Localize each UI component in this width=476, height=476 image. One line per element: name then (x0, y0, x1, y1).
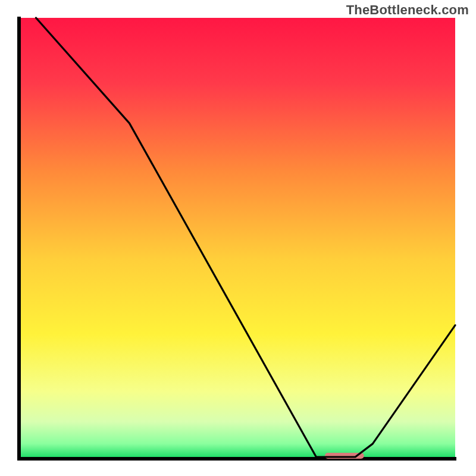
chart-container: TheBottleneck.com (0, 0, 476, 476)
bottleneck-chart (0, 0, 476, 476)
plot-background (21, 18, 455, 457)
x-axis (17, 457, 456, 461)
y-axis (17, 17, 21, 461)
